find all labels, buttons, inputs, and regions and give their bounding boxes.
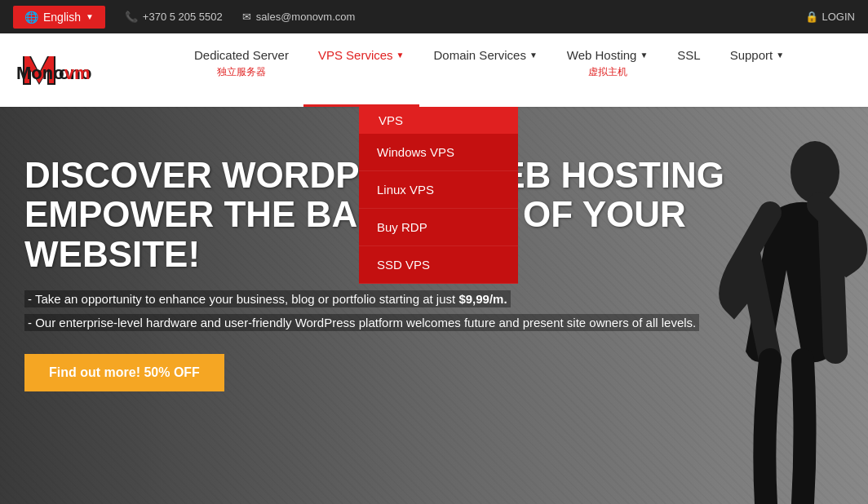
nav-item-web-hosting[interactable]: Web Hosting ▼ 虚拟主机 xyxy=(552,33,663,107)
top-bar: 🌐 English ▼ 📞 +370 5 205 5502 ✉ sales@mo… xyxy=(0,0,868,33)
hero-cta-button[interactable]: Find out more! 50% OFF xyxy=(24,354,224,391)
vps-chevron-icon: ▼ xyxy=(396,51,405,60)
nav-label-support: Support ▼ xyxy=(730,48,784,62)
email-address: sales@monovm.com xyxy=(256,11,356,23)
nav-bar: ono Monovm Dedicated Server 独立服务器 VPS Se… xyxy=(0,33,868,107)
email-contact: ✉ sales@monovm.com xyxy=(242,11,356,23)
logo[interactable]: ono Monovm xyxy=(16,48,155,93)
vps-dropdown-menu: Windows VPS Linux VPS Buy RDP SSD VPS xyxy=(359,134,518,284)
nav-label-dedicated-server: Dedicated Server xyxy=(194,48,289,62)
nav-label-ssl: SSL xyxy=(677,48,700,62)
vps-tab-button[interactable]: VPS xyxy=(359,107,518,134)
nav-label-domain-services: Domain Services ▼ xyxy=(434,48,538,62)
hero-subtitle-2: - Our enterprise-level hardware and user… xyxy=(24,314,699,331)
phone-number: +370 5 205 5502 xyxy=(143,11,223,23)
nav-item-support[interactable]: Support ▼ xyxy=(715,33,799,107)
hero-subtitle-1: - Take an opportunity to enhance your bu… xyxy=(24,290,511,307)
nav-label-web-hosting: Web Hosting ▼ xyxy=(567,48,649,62)
login-icon: 🔒 xyxy=(805,11,818,23)
phone-icon: 📞 xyxy=(125,11,138,23)
nav-item-ssl[interactable]: SSL xyxy=(662,33,715,107)
domain-chevron-icon: ▼ xyxy=(529,51,538,60)
vps-menu-item-windows[interactable]: Windows VPS xyxy=(359,134,518,171)
nav-sublabel-web-hosting: 虚拟主机 xyxy=(588,65,627,79)
vps-menu-item-ssd[interactable]: SSD VPS xyxy=(359,246,518,284)
login-button[interactable]: 🔒 LOGIN xyxy=(805,11,855,23)
nav-item-vps-services[interactable]: VPS Services ▼ xyxy=(303,33,419,107)
nav-wrapper: ono Monovm Dedicated Server 独立服务器 VPS Se… xyxy=(0,33,868,107)
nav-sublabel-dedicated-server: 独立服务器 xyxy=(217,65,266,79)
phone-contact: 📞 +370 5 205 5502 xyxy=(125,11,223,23)
email-icon: ✉ xyxy=(242,11,251,23)
vps-tab-label: VPS xyxy=(379,113,403,127)
nav-label-vps-services: VPS Services ▼ xyxy=(318,48,405,62)
nav-item-domain-services[interactable]: Domain Services ▼ xyxy=(419,33,552,107)
svg-text:Monovm: Monovm xyxy=(16,63,90,83)
login-label: LOGIN xyxy=(822,11,855,23)
vps-menu-item-rdp[interactable]: Buy RDP xyxy=(359,209,518,246)
language-label: English xyxy=(43,11,81,24)
vps-dropdown: VPS Windows VPS Linux VPS Buy RDP SSD VP… xyxy=(359,107,518,284)
globe-icon: 🌐 xyxy=(24,11,38,24)
hosting-chevron-icon: ▼ xyxy=(640,51,648,60)
nav-item-dedicated-server[interactable]: Dedicated Server 独立服务器 xyxy=(179,33,303,107)
main-nav: Dedicated Server 独立服务器 VPS Services ▼ Do… xyxy=(179,33,799,107)
support-chevron-icon: ▼ xyxy=(776,51,784,60)
chevron-down-icon: ▼ xyxy=(86,12,94,21)
vps-menu-item-linux[interactable]: Linux VPS xyxy=(359,171,518,209)
language-selector[interactable]: 🌐 English ▼ xyxy=(13,6,105,29)
